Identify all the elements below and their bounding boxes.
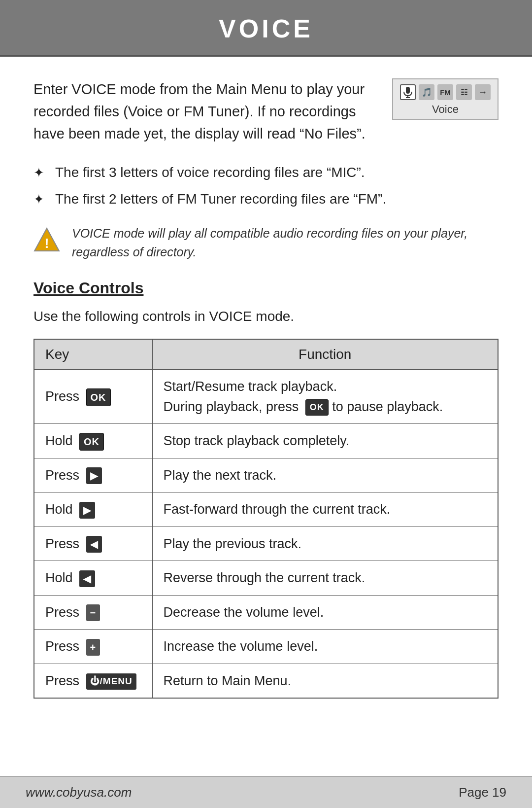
warning-icon: !: [33, 226, 60, 253]
key-text: Press: [45, 536, 83, 551]
table-cell-function: Start/Resume track playback.During playb…: [152, 370, 498, 424]
bullet-text-1: The first 3 letters of voice recording f…: [55, 163, 365, 183]
key-badge: ▶: [86, 467, 102, 484]
key-badge: ◀: [86, 536, 102, 553]
key-badge: +: [86, 639, 100, 656]
fm-icon: FM: [437, 84, 453, 100]
intro-text: Enter VOICE mode from the Main Menu to p…: [33, 78, 372, 145]
key-text: Press: [45, 639, 83, 654]
table-row: Press ▶Play the next track.: [34, 458, 498, 492]
table-row: Press OKStart/Resume track playback.Duri…: [34, 370, 498, 424]
table-cell-key: Press ⏻/MENU: [34, 664, 152, 698]
table-cell-key: Press OK: [34, 370, 152, 424]
bullet-cross-2: ✦: [33, 190, 44, 209]
table-cell-function: Play the next track.: [152, 458, 498, 492]
bullet-text-2: The first 2 letters of FM Tuner recordin…: [55, 189, 386, 210]
table-row: Hold ◀Reverse through the current track.: [34, 561, 498, 596]
footer-page: Page 19: [459, 785, 506, 800]
key-badge: ◀: [79, 570, 95, 587]
bullet-list: ✦ The first 3 letters of voice recording…: [33, 163, 499, 210]
bird-icon: 🎵: [419, 84, 434, 100]
table-cell-function: Play the previous track.: [152, 527, 498, 561]
svg-text:!: !: [44, 236, 49, 251]
table-row: Hold OKStop track playback completely.: [34, 424, 498, 458]
key-text: Press: [45, 605, 83, 620]
key-text: Press: [45, 389, 83, 404]
table-cell-function: Increase the volume level.: [152, 630, 498, 664]
col-header-key: Key: [34, 339, 152, 370]
table-header-row: Key Function: [34, 339, 498, 370]
table-cell-function: Return to Main Menu.: [152, 664, 498, 698]
table-cell-function: Stop track playback completely.: [152, 424, 498, 458]
key-text: Hold: [45, 502, 76, 517]
bullet-cross-1: ✦: [33, 164, 44, 182]
key-badge: ▶: [79, 502, 95, 519]
table-cell-key: Hold ◀: [34, 561, 152, 596]
key-badge: ⏻/MENU: [86, 673, 136, 690]
arrow-icon: →: [475, 84, 491, 100]
warning-text: VOICE mode will play all compatible audi…: [72, 224, 499, 261]
table-cell-function: Reverse through the current track.: [152, 561, 498, 596]
key-badge: −: [86, 604, 100, 621]
table-row: Press +Increase the volume level.: [34, 630, 498, 664]
svg-rect-0: [406, 87, 410, 94]
key-badge: OK: [86, 388, 111, 406]
table-cell-key: Press −: [34, 595, 152, 630]
table-cell-function: Decrease the volume level.: [152, 595, 498, 630]
key-text: Press: [45, 673, 83, 688]
table-cell-function: Fast-forward through the current track.: [152, 492, 498, 527]
sub-text: Use the following controls in VOICE mode…: [33, 306, 499, 327]
table-cell-key: Press +: [34, 630, 152, 664]
col-header-function: Function: [152, 339, 498, 370]
main-content: Enter VOICE mode from the Main Menu to p…: [0, 57, 532, 776]
page-footer: www.cobyusa.com Page 19: [0, 776, 532, 808]
voice-controls-heading: Voice Controls: [33, 279, 499, 297]
voice-label: Voice: [432, 103, 459, 116]
intro-block: Enter VOICE mode from the Main Menu to p…: [33, 78, 499, 145]
list-item: ✦ The first 3 letters of voice recording…: [33, 163, 499, 183]
list-item: ✦ The first 2 letters of FM Tuner record…: [33, 189, 499, 210]
mic-icon: [400, 84, 416, 100]
voice-icon-panel: 🎵 FM ☷ → Voice: [392, 78, 499, 120]
page-header: VOICE: [0, 0, 532, 57]
table-row: Press ◀Play the previous track.: [34, 527, 498, 561]
table-cell-key: Hold OK: [34, 424, 152, 458]
key-text: Press: [45, 468, 83, 483]
table-row: Press −Decrease the volume level.: [34, 595, 498, 630]
controls-table: Key Function Press OKStart/Resume track …: [33, 339, 499, 699]
footer-url: www.cobyusa.com: [26, 785, 132, 800]
table-cell-key: Press ◀: [34, 527, 152, 561]
warning-box: ! VOICE mode will play all compatible au…: [33, 224, 499, 261]
page-title: VOICE: [0, 14, 532, 43]
key-text: Hold: [45, 570, 76, 585]
voice-icon-row: 🎵 FM ☷ →: [400, 84, 491, 100]
key-text: Hold: [45, 433, 76, 448]
table-cell-key: Hold ▶: [34, 492, 152, 527]
table-row: Press ⏻/MENUReturn to Main Menu.: [34, 664, 498, 698]
key-badge: OK: [79, 433, 104, 451]
grid-icon: ☷: [456, 84, 472, 100]
table-cell-key: Press ▶: [34, 458, 152, 492]
table-row: Hold ▶Fast-forward through the current t…: [34, 492, 498, 527]
